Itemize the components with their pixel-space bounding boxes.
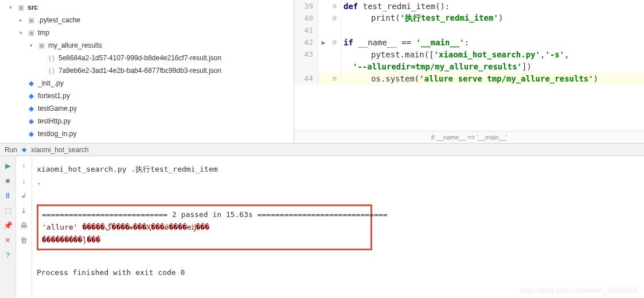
- down-button[interactable]: ↓: [18, 175, 30, 186]
- tree-label: fortest1.py: [38, 92, 70, 100]
- tree-label: xiaomi.py: [38, 142, 67, 143]
- chevron-down-icon: ▾: [7, 5, 14, 10]
- up-button[interactable]: ↑: [18, 160, 30, 171]
- python-file-icon: ◆: [26, 129, 36, 138]
- tree-label: tmp: [38, 29, 49, 37]
- string: '执行test_redmi_item': [400, 13, 498, 22]
- chevron-down-icon: ▾: [28, 42, 34, 48]
- keyword: def: [344, 2, 358, 11]
- code-line[interactable]: 43 pytest.main(['xiaomi_hot_search.py','…: [294, 48, 644, 60]
- run-gutter-icon[interactable]: ▶: [321, 38, 325, 47]
- console-line: .: [37, 176, 639, 188]
- python-file-icon: ◆: [26, 104, 36, 113]
- fold-icon[interactable]: ⊟: [329, 0, 341, 12]
- code-text: os.system(: [371, 74, 419, 83]
- tree-label: 5e8684a2-1d57-4107-999d-b8de4e216cf7-res…: [58, 54, 221, 62]
- tree-folder-tmp[interactable]: ▾ ▣ tmp: [0, 26, 294, 39]
- code-text: ,: [564, 50, 569, 59]
- code-text: ]): [522, 62, 532, 71]
- code-text: __name__ ==: [353, 38, 416, 47]
- fold-icon[interactable]: ⊟: [329, 12, 341, 24]
- python-file-icon: ◆: [19, 145, 29, 154]
- code-editor[interactable]: 39 ⊟ def test_redmi_item(): 40 ⊟ print('…: [294, 0, 644, 143]
- tree-label: my_allure_results: [48, 41, 102, 49]
- pause-button[interactable]: ⏸: [2, 189, 14, 201]
- line-number: 40: [294, 12, 318, 24]
- close-button[interactable]: ✕: [2, 234, 14, 246]
- fold-icon[interactable]: ⊟: [329, 72, 341, 84]
- console-error: 'allure' �����ڲ����ⲿ���Ҳ���ǿ����еĳ���: [42, 221, 367, 234]
- code-line[interactable]: 39 ⊟ def test_redmi_item():: [294, 0, 644, 12]
- folder-icon: ▣: [26, 28, 36, 37]
- console-separator: ============================ 2 passed in…: [42, 208, 367, 221]
- console-error: ���������ļ���: [42, 234, 367, 246]
- tree-file-py[interactable]: ◆ xiaomi.py: [0, 140, 294, 143]
- code-text: print: [371, 13, 395, 22]
- code-line[interactable]: 42 ▶ ⊟ if __name__ == '__main__':: [294, 36, 644, 48]
- tree-label: 7a9eb6e2-3ad1-4e2b-bab4-6877fbc99db3-res…: [58, 67, 221, 75]
- run-toolbar-left: ▶ ■ ⏸ ⬚ 📌 ✕ ?: [0, 156, 16, 298]
- tree-file-py[interactable]: ◆ _init_.py: [0, 77, 294, 90]
- console-exit: Process finished with exit code 0: [37, 266, 639, 279]
- tree-file-py[interactable]: ◆ testGame.py: [0, 102, 294, 115]
- tree-file-py[interactable]: ◆ testHttp.py: [0, 115, 294, 127]
- tree-label: testGame.py: [38, 105, 77, 113]
- help-button[interactable]: ?: [2, 249, 14, 261]
- tree-label: testHttp.py: [38, 117, 71, 125]
- run-toolbar-right: ↑ ↓ ↲ ⤓ 🖶 🗑: [16, 156, 32, 298]
- run-config-name: xiaomi_hot_search: [31, 146, 89, 154]
- tree-file-py[interactable]: ◆ fortest1.py: [0, 90, 294, 102]
- tree-file-json[interactable]: { } 7a9eb6e2-3ad1-4e2b-bab4-6877fbc99db3…: [0, 64, 294, 77]
- highlight-annotation: ============================ 2 passed in…: [37, 204, 372, 250]
- code-text: test_redmi_item():: [358, 2, 450, 11]
- python-file-icon: ◆: [26, 91, 36, 100]
- scroll-end-button[interactable]: ⤓: [18, 204, 30, 216]
- console-output[interactable]: xiaomi_hot_search.py .执行test_redmi_item …: [32, 156, 644, 298]
- line-number: 44: [294, 72, 318, 84]
- tree-folder-pytest-cache[interactable]: ▸ ▣ .pytest_cache: [0, 14, 294, 26]
- soft-wrap-button[interactable]: ↲: [18, 189, 30, 201]
- line-number: 39: [294, 0, 318, 12]
- code-text: pytest.main([: [371, 50, 434, 59]
- stop-button[interactable]: ■: [2, 175, 14, 186]
- console-line: xiaomi_hot_search.py .执行test_redmi_item: [37, 163, 639, 176]
- json-file-icon: { }: [47, 53, 56, 63]
- tree-label: .pytest_cache: [38, 16, 80, 24]
- keyword: if: [344, 38, 353, 47]
- python-file-icon: ◆: [26, 79, 36, 88]
- rerun-button[interactable]: ▶: [2, 160, 14, 171]
- code-line[interactable]: 41: [294, 24, 644, 36]
- line-number: 41: [294, 24, 318, 36]
- clear-button[interactable]: 🗑: [18, 234, 30, 246]
- string: '__main__': [416, 38, 464, 47]
- python-file-icon: ◆: [26, 117, 36, 126]
- fold-icon[interactable]: ⊟: [329, 36, 341, 48]
- tree-file-json[interactable]: { } 5e8684a2-1d57-4107-999d-b8de4e216cf7…: [0, 52, 294, 64]
- code-line[interactable]: 40 ⊟ print('执行test_redmi_item'): [294, 12, 644, 24]
- line-number: 43: [294, 48, 318, 60]
- json-file-icon: { }: [47, 66, 56, 75]
- code-line[interactable]: '--alluredir=tmp/my_allure_results']): [294, 60, 644, 72]
- tree-folder-src[interactable]: ▾ ▣ src: [0, 1, 294, 14]
- python-file-icon: ◆: [26, 142, 36, 143]
- tree-folder-allure-results[interactable]: ▾ ▣ my_allure_results: [0, 39, 294, 52]
- tree-label: _init_.py: [38, 79, 64, 87]
- code-text: ): [594, 74, 598, 83]
- pin-button[interactable]: 📌: [2, 219, 14, 231]
- project-tree[interactable]: ▾ ▣ src ▸ ▣ .pytest_cache ▾ ▣ tmp ▾ ▣ my…: [0, 0, 294, 143]
- run-tool-window-header[interactable]: Run ◆ xiaomi_hot_search: [0, 144, 644, 156]
- print-button[interactable]: 🖶: [18, 219, 30, 231]
- string: '-s': [545, 50, 564, 59]
- code-line-current[interactable]: 44 ⊟ os.system('allure serve tmp/my_allu…: [294, 72, 644, 84]
- dump-button[interactable]: ⬚: [2, 204, 14, 216]
- chevron-down-icon: ▾: [17, 30, 24, 36]
- string: '--alluredir=tmp/my_allure_results': [353, 62, 522, 71]
- tree-label: testlog_in.py: [38, 130, 76, 138]
- folder-icon: ▣: [26, 16, 36, 25]
- tree-file-py[interactable]: ◆ testlog_in.py: [0, 127, 294, 140]
- line-number: [294, 60, 318, 72]
- folder-icon: ▣: [37, 41, 46, 50]
- string: 'xiaomi_hot_search.py': [434, 50, 540, 59]
- breadcrumb[interactable]: if __name__ == '__main__': [294, 131, 644, 143]
- folder-icon: ▣: [16, 3, 25, 12]
